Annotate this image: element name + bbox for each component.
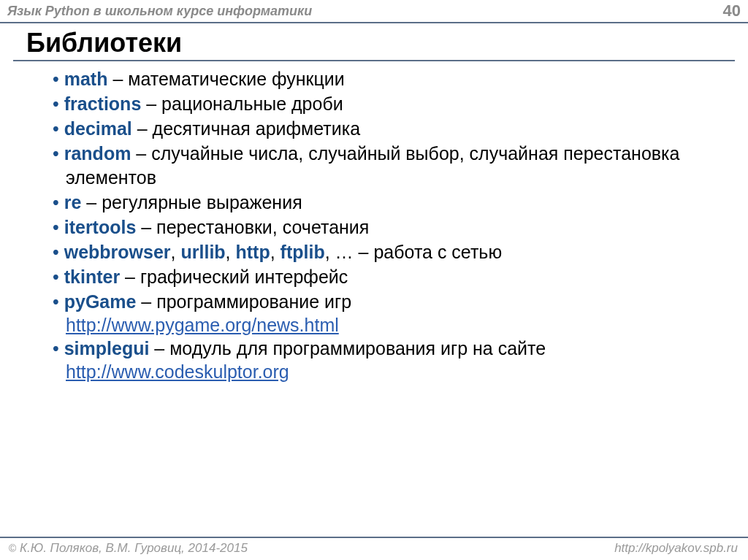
- copyright-symbol: ©: [9, 542, 16, 554]
- bullet-icon: •: [53, 69, 64, 89]
- list-item: • webbrowser, urllib, http, ftplib, … – …: [42, 240, 726, 264]
- library-name: tkinter: [64, 266, 120, 287]
- library-description: – работа с сетью: [359, 242, 503, 262]
- bullet-icon: •: [53, 192, 64, 212]
- slide-title: Библиотеки: [26, 28, 748, 58]
- bullet-icon: •: [53, 291, 64, 312]
- library-name: simplegui: [64, 338, 150, 358]
- library-name: fractions: [64, 93, 142, 114]
- list-item: • tkinter – графический интерфейс: [42, 265, 726, 289]
- page-number: 40: [723, 1, 741, 20]
- library-description: – математические функции: [107, 69, 344, 89]
- footer-bar: © К.Ю. Поляков, В.М. Гуровиц, 2014-2015 …: [0, 537, 748, 560]
- bullet-icon: •: [53, 338, 64, 358]
- library-name: ftplib: [280, 242, 325, 262]
- bullet-icon: •: [53, 93, 64, 114]
- library-description: – десятичная арифметика: [132, 118, 360, 139]
- library-description: – регулярные выражения: [81, 192, 302, 212]
- list-item: • fractions – рациональные дроби: [42, 92, 726, 116]
- list-item: • math – математические функции: [42, 67, 726, 91]
- library-name: webbrowser: [64, 242, 171, 262]
- bullet-icon: •: [53, 143, 64, 164]
- library-name: http: [236, 242, 270, 262]
- bullet-icon: •: [53, 217, 64, 237]
- separator: ,: [171, 242, 181, 262]
- library-description: – случайные числа, случайный выбор, случ…: [66, 143, 679, 188]
- library-link[interactable]: http://www.pygame.org/news.html: [66, 315, 339, 336]
- content-area: • math – математические функции• fractio…: [0, 66, 748, 537]
- list-item: • simplegui – модуль для программировани…: [42, 337, 726, 361]
- list-item: • re – регулярные выражения: [42, 191, 726, 215]
- bullet-icon: •: [53, 118, 64, 139]
- trailing-text: , …: [325, 242, 359, 262]
- library-description: – перестановки, сочетания: [136, 217, 369, 237]
- list-item: • random – случайные числа, случайный вы…: [42, 142, 726, 190]
- header-bar: Язык Python в школьном курсе информатики…: [0, 0, 748, 23]
- bullet-icon: •: [53, 266, 64, 287]
- library-link[interactable]: http://www.codeskulptor.org: [66, 361, 289, 383]
- slide: Язык Python в школьном курсе информатики…: [0, 0, 748, 560]
- library-name: pyGame: [64, 291, 137, 312]
- bullet-icon: •: [53, 242, 64, 262]
- title-underline: [13, 60, 735, 61]
- copyright-text: К.Ю. Поляков, В.М. Гуровиц, 2014-2015: [16, 541, 248, 555]
- library-description: – программирование игр: [136, 291, 351, 312]
- library-name: random: [64, 143, 131, 164]
- list-item: • itertools – перестановки, сочетания: [42, 215, 726, 239]
- library-name: re: [64, 192, 82, 212]
- separator: ,: [226, 242, 236, 262]
- library-description: – модуль для программирования игр на сай…: [149, 338, 546, 358]
- library-name: math: [64, 69, 108, 89]
- library-name: itertools: [64, 217, 137, 237]
- header-title: Язык Python в школьном курсе информатики: [7, 4, 312, 19]
- list-item: • pyGame – программирование игр: [42, 290, 726, 314]
- library-description: – графический интерфейс: [120, 266, 348, 287]
- footer-url: http://kpolyakov.spb.ru: [614, 541, 738, 556]
- footer-copyright: © К.Ю. Поляков, В.М. Гуровиц, 2014-2015: [9, 541, 248, 556]
- separator: ,: [270, 242, 280, 262]
- library-description: – рациональные дроби: [141, 93, 343, 114]
- library-name: decimal: [64, 118, 132, 139]
- library-name: urllib: [180, 242, 225, 262]
- list-item: • decimal – десятичная арифметика: [42, 117, 726, 141]
